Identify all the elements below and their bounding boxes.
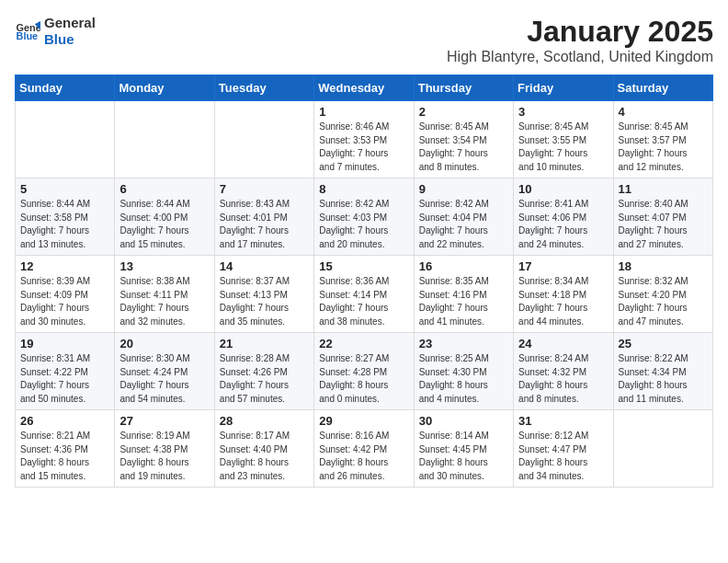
day-number: 11 xyxy=(619,182,708,196)
day-detail: Sunrise: 8:41 AM Sunset: 4:06 PM Dayligh… xyxy=(518,198,608,251)
day-detail: Sunrise: 8:35 AM Sunset: 4:16 PM Dayligh… xyxy=(419,275,508,328)
calendar-week-row: 1Sunrise: 8:46 AM Sunset: 3:53 PM Daylig… xyxy=(16,101,713,178)
day-number: 24 xyxy=(518,337,608,350)
day-number: 31 xyxy=(518,414,608,428)
day-number: 21 xyxy=(220,337,309,350)
day-detail: Sunrise: 8:45 AM Sunset: 3:54 PM Dayligh… xyxy=(419,121,508,174)
calendar-cell: 22Sunrise: 8:27 AM Sunset: 4:28 PM Dayli… xyxy=(314,333,414,410)
day-detail: Sunrise: 8:45 AM Sunset: 3:57 PM Dayligh… xyxy=(619,121,708,174)
day-detail: Sunrise: 8:40 AM Sunset: 4:07 PM Dayligh… xyxy=(619,198,708,251)
calendar-cell: 21Sunrise: 8:28 AM Sunset: 4:26 PM Dayli… xyxy=(214,333,313,410)
logo: General Blue General Blue xyxy=(15,15,96,48)
day-detail: Sunrise: 8:34 AM Sunset: 4:18 PM Dayligh… xyxy=(518,275,608,328)
calendar-cell xyxy=(16,101,115,178)
day-number: 17 xyxy=(518,259,608,273)
day-number: 26 xyxy=(20,414,109,428)
day-detail: Sunrise: 8:37 AM Sunset: 4:13 PM Dayligh… xyxy=(220,275,309,328)
calendar-day-header: Friday xyxy=(514,75,613,101)
calendar-cell: 12Sunrise: 8:39 AM Sunset: 4:09 PM Dayli… xyxy=(16,256,115,333)
calendar-day-header: Monday xyxy=(115,75,214,101)
calendar-day-header: Wednesday xyxy=(314,75,414,101)
calendar-cell: 5Sunrise: 8:44 AM Sunset: 3:58 PM Daylig… xyxy=(16,178,115,256)
day-detail: Sunrise: 8:12 AM Sunset: 4:47 PM Dayligh… xyxy=(518,430,608,483)
day-detail: Sunrise: 8:14 AM Sunset: 4:45 PM Dayligh… xyxy=(419,430,508,483)
calendar-cell xyxy=(115,101,214,178)
calendar-cell: 24Sunrise: 8:24 AM Sunset: 4:32 PM Dayli… xyxy=(514,333,613,410)
calendar-day-header: Sunday xyxy=(16,75,115,101)
day-number: 6 xyxy=(119,182,209,196)
calendar-cell: 7Sunrise: 8:43 AM Sunset: 4:01 PM Daylig… xyxy=(214,178,313,256)
day-detail: Sunrise: 8:31 AM Sunset: 4:22 PM Dayligh… xyxy=(20,352,109,406)
calendar-day-header: Tuesday xyxy=(214,75,313,101)
day-detail: Sunrise: 8:43 AM Sunset: 4:01 PM Dayligh… xyxy=(220,198,309,251)
day-detail: Sunrise: 8:42 AM Sunset: 4:03 PM Dayligh… xyxy=(319,198,408,251)
logo-general-text: General xyxy=(44,15,96,31)
day-number: 29 xyxy=(319,414,408,428)
day-number: 13 xyxy=(119,259,209,273)
day-number: 22 xyxy=(319,337,408,350)
svg-text:Blue: Blue xyxy=(17,30,39,41)
logo-icon: General Blue xyxy=(15,18,40,44)
page-header: General Blue General Blue January 2025 H… xyxy=(15,15,713,65)
calendar-cell: 11Sunrise: 8:40 AM Sunset: 4:07 PM Dayli… xyxy=(613,178,712,256)
day-number: 30 xyxy=(419,414,508,428)
day-number: 16 xyxy=(419,259,508,273)
day-number: 7 xyxy=(220,182,309,196)
calendar-week-row: 26Sunrise: 8:21 AM Sunset: 4:36 PM Dayli… xyxy=(16,410,713,488)
day-detail: Sunrise: 8:45 AM Sunset: 3:55 PM Dayligh… xyxy=(518,121,608,174)
day-number: 14 xyxy=(220,259,309,273)
calendar-cell xyxy=(214,101,313,178)
day-detail: Sunrise: 8:17 AM Sunset: 4:40 PM Dayligh… xyxy=(220,430,309,483)
day-detail: Sunrise: 8:36 AM Sunset: 4:14 PM Dayligh… xyxy=(319,275,408,328)
calendar-cell: 1Sunrise: 8:46 AM Sunset: 3:53 PM Daylig… xyxy=(314,101,414,178)
calendar-cell: 25Sunrise: 8:22 AM Sunset: 4:34 PM Dayli… xyxy=(613,333,712,410)
day-detail: Sunrise: 8:19 AM Sunset: 4:38 PM Dayligh… xyxy=(119,430,209,483)
calendar-cell: 30Sunrise: 8:14 AM Sunset: 4:45 PM Dayli… xyxy=(414,410,513,488)
calendar-cell: 10Sunrise: 8:41 AM Sunset: 4:06 PM Dayli… xyxy=(514,178,613,256)
day-detail: Sunrise: 8:32 AM Sunset: 4:20 PM Dayligh… xyxy=(619,275,708,328)
day-detail: Sunrise: 8:38 AM Sunset: 4:11 PM Dayligh… xyxy=(119,275,209,328)
calendar-week-row: 12Sunrise: 8:39 AM Sunset: 4:09 PM Dayli… xyxy=(16,256,713,333)
day-number: 1 xyxy=(319,105,408,119)
calendar-cell: 19Sunrise: 8:31 AM Sunset: 4:22 PM Dayli… xyxy=(16,333,115,410)
day-number: 12 xyxy=(20,259,109,273)
day-number: 15 xyxy=(319,259,408,273)
calendar-cell: 17Sunrise: 8:34 AM Sunset: 4:18 PM Dayli… xyxy=(514,256,613,333)
day-number: 19 xyxy=(20,337,109,350)
day-number: 25 xyxy=(619,337,708,350)
day-detail: Sunrise: 8:16 AM Sunset: 4:42 PM Dayligh… xyxy=(319,430,408,483)
day-detail: Sunrise: 8:25 AM Sunset: 4:30 PM Dayligh… xyxy=(419,352,508,406)
month-title: January 2025 xyxy=(447,15,713,49)
calendar-cell: 27Sunrise: 8:19 AM Sunset: 4:38 PM Dayli… xyxy=(115,410,214,488)
calendar-cell: 4Sunrise: 8:45 AM Sunset: 3:57 PM Daylig… xyxy=(613,101,712,178)
calendar-cell: 20Sunrise: 8:30 AM Sunset: 4:24 PM Dayli… xyxy=(115,333,214,410)
day-detail: Sunrise: 8:46 AM Sunset: 3:53 PM Dayligh… xyxy=(319,121,408,174)
day-number: 3 xyxy=(518,105,608,119)
day-detail: Sunrise: 8:28 AM Sunset: 4:26 PM Dayligh… xyxy=(220,352,309,406)
calendar-cell: 31Sunrise: 8:12 AM Sunset: 4:47 PM Dayli… xyxy=(514,410,613,488)
calendar-day-header: Saturday xyxy=(613,75,712,101)
calendar-cell: 23Sunrise: 8:25 AM Sunset: 4:30 PM Dayli… xyxy=(414,333,513,410)
day-detail: Sunrise: 8:30 AM Sunset: 4:24 PM Dayligh… xyxy=(119,352,209,406)
logo-blue-text: Blue xyxy=(44,31,96,48)
day-detail: Sunrise: 8:24 AM Sunset: 4:32 PM Dayligh… xyxy=(518,352,608,406)
calendar-week-row: 19Sunrise: 8:31 AM Sunset: 4:22 PM Dayli… xyxy=(16,333,713,410)
day-number: 9 xyxy=(419,182,508,196)
calendar-cell: 8Sunrise: 8:42 AM Sunset: 4:03 PM Daylig… xyxy=(314,178,414,256)
day-detail: Sunrise: 8:27 AM Sunset: 4:28 PM Dayligh… xyxy=(319,352,408,406)
day-detail: Sunrise: 8:39 AM Sunset: 4:09 PM Dayligh… xyxy=(20,275,109,328)
location-title: High Blantyre, Scotland, United Kingdom xyxy=(447,49,713,65)
calendar-table: SundayMondayTuesdayWednesdayThursdayFrid… xyxy=(15,75,713,488)
day-number: 5 xyxy=(20,182,109,196)
day-number: 8 xyxy=(319,182,408,196)
calendar-cell: 28Sunrise: 8:17 AM Sunset: 4:40 PM Dayli… xyxy=(214,410,313,488)
calendar-cell: 16Sunrise: 8:35 AM Sunset: 4:16 PM Dayli… xyxy=(414,256,513,333)
day-number: 27 xyxy=(119,414,209,428)
calendar-cell: 6Sunrise: 8:44 AM Sunset: 4:00 PM Daylig… xyxy=(115,178,214,256)
calendar-week-row: 5Sunrise: 8:44 AM Sunset: 3:58 PM Daylig… xyxy=(16,178,713,256)
calendar-day-header: Thursday xyxy=(414,75,513,101)
calendar-header-row: SundayMondayTuesdayWednesdayThursdayFrid… xyxy=(16,75,713,101)
calendar-cell xyxy=(613,410,712,488)
day-number: 23 xyxy=(419,337,508,350)
calendar-cell: 3Sunrise: 8:45 AM Sunset: 3:55 PM Daylig… xyxy=(514,101,613,178)
